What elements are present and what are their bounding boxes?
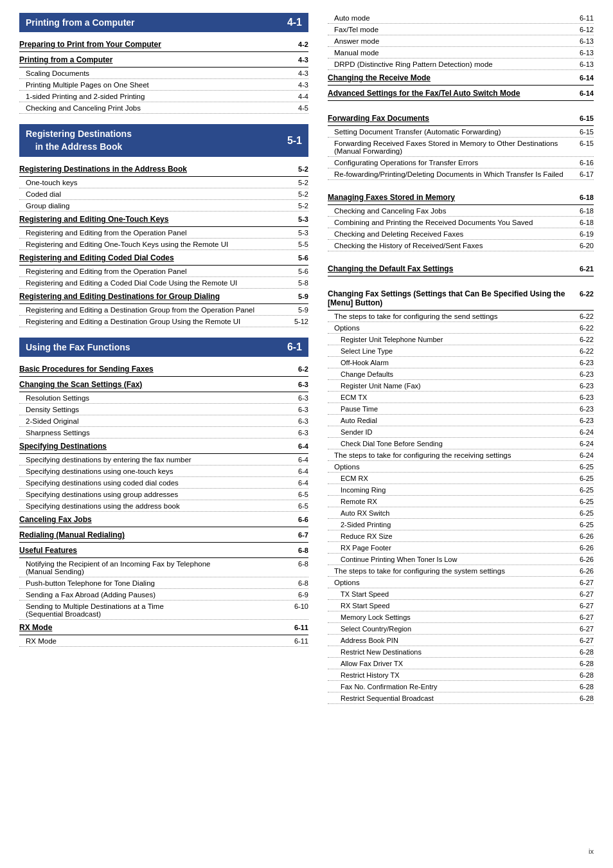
entry-title: Auto RX Switch: [341, 509, 574, 517]
entry-title: Forwarding Fax Documents: [328, 114, 574, 123]
entry-title: Sharpness Settings: [26, 429, 289, 437]
toc-row: Pause Time 6-23: [328, 404, 594, 415]
toc-row: 1-sided Printing and 2-sided Printing 4-…: [19, 91, 308, 102]
entry-page: 6-25: [574, 486, 594, 494]
entry-title: Registering and Editing Destinations for…: [19, 292, 289, 301]
entry-page: 6-25: [574, 463, 594, 471]
entry-page: 5-2: [289, 165, 308, 173]
entry-title: 1-sided Printing and 2-sided Printing: [26, 93, 289, 100]
entry-title: Registering and Editing a Destination Gr…: [26, 318, 289, 325]
entry-page: 6-15: [574, 128, 594, 136]
toc-row: Address Book PIN 6-27: [328, 635, 594, 646]
entry-page: 4-3: [289, 69, 308, 77]
entry-title: Restrict Sequential Broadcast: [341, 694, 574, 702]
entry-title: Specifying Destinations: [19, 442, 289, 451]
toc-row: Restrict History TX 6-28: [328, 670, 594, 681]
entry-page: 5-2: [289, 202, 308, 210]
toc-row: Off-Hook Alarm 6-23: [328, 357, 594, 368]
entry-title: Select Line Type: [341, 347, 574, 355]
entry-page: 6-24: [574, 440, 594, 448]
entry-page: 6-4: [289, 479, 308, 487]
toc-row: 2-Sided Original 6-3: [19, 416, 308, 427]
toc-row: Specifying destinations using the addres…: [19, 501, 308, 512]
toc-row: Changing the Default Fax Settings 6-21: [328, 262, 594, 276]
entry-title: Checking and Canceling Print Jobs: [26, 104, 289, 112]
printing-section: Printing from a Computer 4-1 Preparing t…: [19, 13, 308, 114]
toc-row: Specifying destinations using coded dial…: [19, 478, 308, 489]
entry-title: Fax No. Confirmation Re-Entry: [341, 683, 574, 691]
entry-page: 6-2: [289, 365, 308, 373]
entry-title: Register Unit Name (Fax): [341, 382, 574, 390]
entry-title: Restrict History TX: [341, 671, 574, 679]
entry-page: 6-22: [574, 312, 594, 320]
toc-row: Registering Destinations in the Address …: [19, 162, 308, 177]
toc-row: The steps to take for configuring the sy…: [328, 566, 594, 577]
registering-section: Registering Destinationsin the Address B…: [19, 124, 308, 327]
printing-title: Printing from a Computer: [26, 17, 135, 28]
entry-page: 6-25: [574, 521, 594, 529]
entry-page: 6-14: [574, 89, 594, 97]
toc-row: Manual mode 6-13: [328, 48, 594, 59]
page-footer: ix: [589, 847, 594, 855]
toc-row: Notifying the Recipient of an Incoming F…: [19, 559, 308, 577]
entry-page: 4-4: [289, 93, 308, 100]
entry-page: 6-21: [574, 265, 594, 273]
entry-page: 6-13: [574, 49, 594, 57]
toc-row: Registering and Editing a Destination Gr…: [19, 305, 308, 316]
entry-page: 6-6: [289, 516, 308, 523]
entry-page: 6-3: [289, 394, 308, 402]
entry-page: 6-3: [289, 429, 308, 437]
toc-row: DRPD (Distinctive Ring Pattern Detection…: [328, 59, 594, 70]
entry-page: 6-27: [574, 625, 594, 633]
entry-page: 6-22: [574, 347, 594, 355]
toc-row: Restrict New Destinations 6-28: [328, 647, 594, 658]
entry-title: Registering and Editing Coded Dial Codes: [19, 253, 289, 262]
entry-page: 6-3: [289, 406, 308, 413]
entry-title: Re-fowarding/Printing/Deleting Documents…: [334, 170, 574, 178]
entry-title: 2-Sided Original: [26, 417, 289, 425]
toc-row: Changing the Receive Mode 6-14: [328, 71, 594, 86]
fax-section: Using the Fax Functions 6-1 Basic Proced…: [19, 338, 308, 647]
toc-row: The steps to take for configuring the re…: [328, 450, 594, 461]
toc-row: Changing the Scan Settings (Fax) 6-3: [19, 377, 308, 392]
entry-title: Checking and Deleting Received Faxes: [334, 230, 574, 238]
entry-title: Redialing (Manual Redialing): [19, 530, 289, 539]
entry-page: 6-12: [574, 26, 594, 33]
entry-title: Reduce RX Size: [341, 532, 574, 540]
entry-title: Changing Fax Settings (Settings that Can…: [328, 289, 574, 307]
entry-title: Managing Faxes Stored in Memory: [328, 193, 574, 202]
entry-page: 6-18: [574, 194, 594, 201]
toc-row: Registering and Editing Destinations for…: [19, 289, 308, 304]
toc-row: RX Start Speed 6-27: [328, 601, 594, 611]
entry-page: 6-23: [574, 370, 594, 378]
entry-page: 6-11: [574, 14, 594, 22]
entry-page: 6-18: [574, 219, 594, 226]
entry-page: 6-25: [574, 498, 594, 505]
toc-row: Coded dial 5-2: [19, 189, 308, 200]
entry-title: Group dialing: [26, 202, 289, 210]
entry-title: Density Settings: [26, 406, 289, 413]
entry-title: Answer mode: [334, 37, 574, 45]
entry-title: TX Start Speed: [341, 590, 574, 598]
entry-title: Select Country/Region: [341, 625, 574, 633]
entry-page: 6-19: [574, 230, 594, 238]
entry-title: Checking and Canceling Fax Jobs: [334, 207, 574, 215]
entry-title: Check Dial Tone Before Sending: [341, 440, 574, 448]
entry-title: Allow Fax Driver TX: [341, 660, 574, 667]
entry-page: 6-28: [574, 671, 594, 679]
toc-row: Registering and Editing One-Touch Keys u…: [19, 239, 308, 250]
entry-title: Register Unit Telephone Number: [341, 336, 574, 343]
toc-row: Select Country/Region 6-27: [328, 624, 594, 635]
toc-row: One-touch keys 5-2: [19, 177, 308, 188]
toc-row: Fax No. Confirmation Re-Entry 6-28: [328, 682, 594, 692]
entry-title: Preparing to Print from Your Computer: [19, 40, 289, 49]
toc-row: Remote RX 6-25: [328, 496, 594, 507]
managing-section: Managing Faxes Stored in Memory 6-18 Che…: [328, 190, 594, 251]
toc-row: Registering and Editing from the Operati…: [19, 228, 308, 239]
entry-title: Auto Redial: [341, 417, 574, 424]
entry-page: 6-8: [289, 547, 308, 554]
entry-title: Changing the Receive Mode: [328, 73, 574, 82]
entry-page: 5-3: [289, 215, 308, 223]
toc-row: Re-fowarding/Printing/Deleting Documents…: [328, 169, 594, 180]
toc-row: Registering and Editing a Coded Dial Cod…: [19, 278, 308, 289]
